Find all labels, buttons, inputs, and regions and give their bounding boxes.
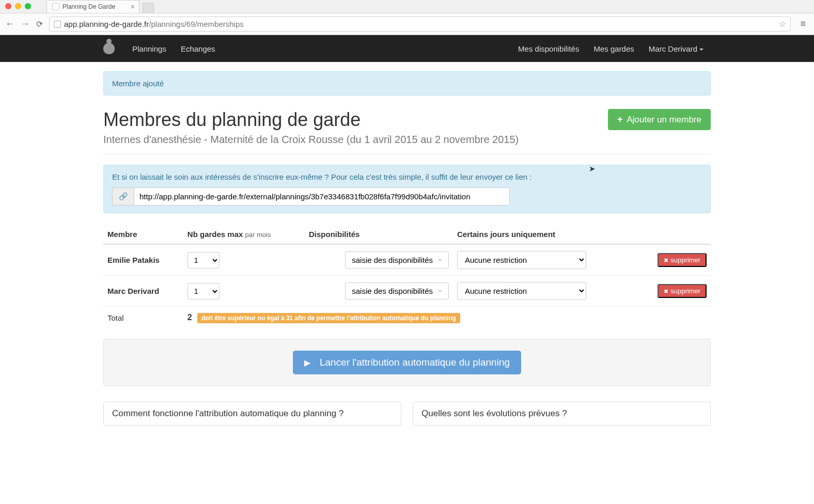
disp-label: saisie des disponibilités [352,256,433,264]
nav-mes-gardes[interactable]: Mes gardes [586,37,641,61]
nav-plannings[interactable]: Plannings [125,37,174,61]
disp-label: saisie des disponibilités [352,287,433,295]
browser-menu-icon[interactable]: ≡ [797,19,809,29]
window-minimize-dot[interactable] [15,3,21,9]
plus-icon [617,114,623,125]
launch-panel: Lancer l'attribution automatique du plan… [103,339,711,386]
favicon-icon [52,3,59,10]
table-row: Emilie Patakis 1 saisie des disponibilit… [103,244,711,276]
faq-panel-2[interactable]: Quelles sont les évolutions prévues ? [413,402,711,426]
nav-user-name: Marc Derivard [649,44,697,53]
table-row: Marc Derivard 1 saisie des disponibilité… [103,276,711,307]
flash-success: Membre ajouté [103,71,711,96]
add-member-button[interactable]: Ajouter un membre [608,109,711,130]
total-value: 2 [187,313,192,322]
delete-label: supprimer [670,256,700,264]
nav-echanges[interactable]: Echanges [174,37,223,61]
app-navbar: Plannings Echanges Mes disponibilités Me… [0,35,814,62]
member-name: Emilie Patakis [103,244,183,276]
browser-toolbar: ← → ⟳ app.planning-de-garde.fr/plannings… [0,13,814,35]
caret-down-icon [438,290,442,292]
tab-title: Planning De Garde [62,3,115,10]
browser-tab[interactable]: Planning De Garde × [46,0,139,13]
page-subtitle: Internes d'anesthésie - Maternité de la … [103,134,519,146]
brand-user-icon[interactable] [103,43,115,54]
address-bar[interactable]: app.planning-de-garde.fr/plannings/69/me… [49,17,791,32]
tab-close-icon[interactable]: × [131,3,135,11]
page-title: Membres du planning de garde [103,109,519,131]
nav-disponibilites[interactable]: Mes disponibilités [511,37,586,61]
col-actions [635,226,711,244]
invite-link-input[interactable] [134,187,510,206]
page-header: Membres du planning de garde Internes d'… [103,109,711,154]
bookmark-star-icon[interactable]: ☆ [779,19,786,29]
col-days: Certains jours uniquement [453,226,635,244]
faq-panel-1[interactable]: Comment fonctionne l'attribution automat… [103,402,401,426]
invite-panel: Et si on laissait le soin aux intéressés… [103,165,711,213]
site-info-icon[interactable] [54,21,61,28]
nb-gardes-select[interactable]: 1 [187,252,220,269]
faq-q2-text: Quelles sont les évolutions prévues ? [421,408,567,418]
col-disponibilites: Disponibilités [305,226,453,244]
caret-down-icon [438,259,442,261]
members-table: Membre Nb gardes max par mois Disponibil… [103,226,711,328]
faq-q1-text: Comment fonctionne l'attribution automat… [112,408,343,418]
forward-button[interactable]: → [21,19,30,29]
reload-button[interactable]: ⟳ [36,19,43,29]
total-warning-badge: doit être supérieur ou égal à 31 afin de… [197,313,460,323]
delete-label: supprimer [670,287,700,295]
back-button[interactable]: ← [5,19,14,29]
url-text: app.planning-de-garde.fr/plannings/69/me… [64,20,244,28]
add-member-label: Ajouter un membre [627,115,701,125]
tab-strip: Planning De Garde × [46,0,814,13]
x-icon [664,256,670,264]
restriction-select[interactable]: Aucune restriction [457,251,586,269]
window-zoom-dot[interactable] [25,3,31,9]
delete-member-button[interactable]: supprimer [658,253,707,267]
browser-chrome: Planning De Garde × ← → ⟳ app.planning-d… [0,0,814,35]
delete-member-button[interactable]: supprimer [658,284,707,298]
launch-attribution-button[interactable]: Lancer l'attribution automatique du plan… [293,351,521,374]
col-nbmax: Nb gardes max par mois [183,226,305,244]
total-row: Total 2 doit être supérieur ou égal à 31… [103,307,711,329]
invite-link-group: 🔗 [112,187,510,206]
restriction-select[interactable]: Aucune restriction [457,282,586,300]
total-label: Total [103,307,183,329]
window-close-dot[interactable] [5,3,11,9]
launch-label: Lancer l'attribution automatique du plan… [320,357,510,368]
faq-row: Comment fonctionne l'attribution automat… [103,402,711,426]
disponibilites-dropdown[interactable]: saisie des disponibilités [345,251,449,269]
nb-gardes-select[interactable]: 1 [187,283,220,300]
member-name: Marc Derivard [103,276,183,307]
play-icon [304,357,316,368]
caret-down-icon [699,49,703,51]
nav-user-menu[interactable]: Marc Derivard [641,37,711,61]
flash-text: Membre ajouté [112,79,164,88]
x-icon [664,287,670,295]
new-tab-button[interactable] [143,3,154,13]
disponibilites-dropdown[interactable]: saisie des disponibilités [345,282,449,300]
col-member: Membre [103,226,183,244]
link-icon: 🔗 [112,187,134,206]
invite-text: Et si on laissait le soin aux intéressés… [112,172,702,181]
